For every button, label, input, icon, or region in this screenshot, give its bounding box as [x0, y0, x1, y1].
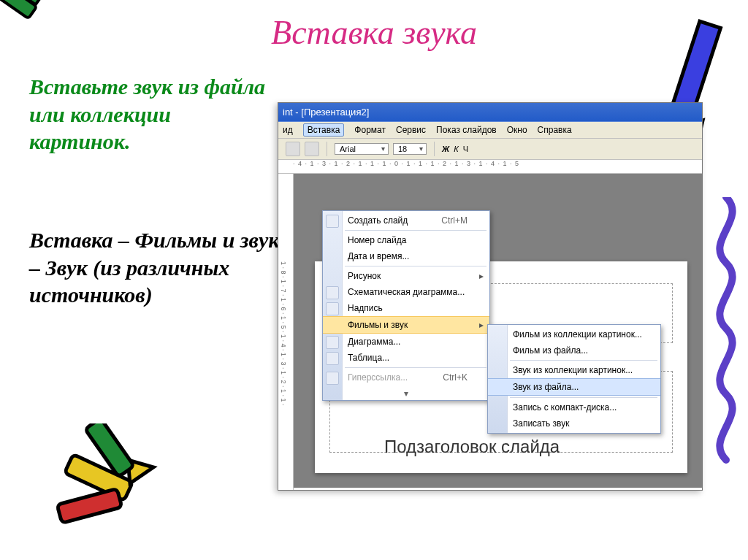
menu-item-label: Таблица...: [348, 353, 389, 363]
menu-item[interactable]: Звук из файла...: [488, 378, 660, 396]
slide-title: Вставка звука: [0, 13, 748, 52]
menu-item[interactable]: Рисунок: [323, 268, 489, 284]
sound-submenu: Фильм из коллекции картинок...Фильм из ф…: [487, 324, 661, 434]
underline-button[interactable]: Ч: [463, 145, 468, 153]
menu-item-label: Фильмы и звук: [348, 320, 408, 330]
menu-item-shortcut: Ctrl+K: [443, 372, 468, 383]
menu-item-icon: [326, 215, 339, 228]
window-title: int - [Презентация2]: [278, 103, 702, 122]
workspace: 1 · 8 · 1 · 7 · 1 · 6 · 1 · 5 · 1 · 4 · …: [278, 174, 702, 488]
menubar: ид Вставка Формат Сервис Показ слайдов О…: [278, 122, 702, 139]
menu-item-icon: [326, 286, 339, 299]
menu-item[interactable]: Диаграмма...: [323, 334, 489, 350]
menubar-window[interactable]: Окно: [507, 125, 527, 135]
menu-item[interactable]: Гиперссылка...Ctrl+K: [323, 369, 489, 386]
menubar-cut[interactable]: ид: [283, 125, 293, 135]
menu-item-label: Дата и время...: [348, 251, 409, 261]
menu-item-icon: [326, 352, 339, 365]
menu-item-label: Записать звук: [513, 418, 569, 429]
menu-item[interactable]: Фильмы и звук: [323, 316, 489, 334]
ruler-horizontal: · 4 · 1 · 3 · 1 · 2 · 1 · 1 · 1 · 0 · 1 …: [278, 160, 702, 174]
menu-item-label: Номер слайда: [348, 235, 406, 245]
toolbar-icon-1[interactable]: [286, 142, 300, 156]
menu-item[interactable]: Звук из коллекции картинок...: [488, 362, 660, 378]
menu-item-label: Фильм из коллекции картинок...: [513, 329, 642, 340]
menu-item-label: Звук из файла...: [513, 382, 579, 392]
menu-item-icon: [326, 302, 339, 315]
crayon-br-icon: [44, 423, 161, 540]
menu-item-icon: [326, 336, 339, 349]
menu-item-shortcut: Ctrl+M: [441, 215, 468, 226]
menu-item[interactable]: Номер слайда: [323, 232, 489, 248]
toolbar: Arial 18 Ж К Ч: [278, 139, 702, 160]
menu-item[interactable]: Надпись: [323, 300, 489, 316]
menu-item[interactable]: Фильм из файла...: [488, 342, 660, 358]
squiggle-icon: [697, 197, 748, 475]
slide-subtitle: Вставьте звук из файла или коллекции кар…: [29, 73, 270, 156]
menu-item-label: Диаграмма...: [348, 337, 400, 347]
menu-item-label: Создать слайд: [348, 215, 408, 226]
menu-item[interactable]: Фильм из коллекции картинок...: [488, 326, 660, 342]
menubar-service[interactable]: Сервис: [396, 125, 426, 135]
menu-item[interactable]: Записать звук: [488, 415, 660, 431]
screenshot-panel: int - [Презентация2] ид Вставка Формат С…: [278, 102, 703, 491]
toolbar-sep-2: [434, 142, 435, 156]
crayon-tl-icon: [0, 0, 58, 58]
menu-item-label: Звук из коллекции картинок...: [513, 365, 633, 375]
svg-rect-4: [57, 488, 122, 523]
menu-item-label: Схематическая диаграмма...: [348, 287, 465, 297]
menu-item[interactable]: Дата и время...: [323, 248, 489, 264]
menu-item[interactable]: Создать слайдCtrl+M: [323, 212, 489, 229]
canvas-subtitle-text: Подзаголовок слайда: [384, 437, 560, 457]
menu-item-label: Надпись: [348, 303, 383, 313]
font-select[interactable]: Arial: [335, 143, 389, 155]
menu-item[interactable]: Запись с компакт-диска...: [488, 399, 660, 415]
menubar-help[interactable]: Справка: [538, 125, 572, 135]
italic-button[interactable]: К: [454, 145, 458, 153]
menubar-format[interactable]: Формат: [354, 125, 386, 135]
ruler-vertical: 1 · 8 · 1 · 7 · 1 · 6 · 1 · 5 · 1 · 4 · …: [278, 174, 294, 491]
bold-button[interactable]: Ж: [442, 145, 449, 153]
menu-expand[interactable]: ▾: [323, 387, 489, 400]
menu-item-label: Фильм из файла...: [513, 345, 588, 356]
menu-item-label: Гиперссылка...: [348, 372, 408, 383]
menubar-slideshow[interactable]: Показ слайдов: [436, 125, 497, 135]
menu-item-label: Рисунок: [348, 271, 381, 281]
insert-menu: Создать слайдCtrl+MНомер слайдаДата и вр…: [322, 210, 490, 401]
menu-item[interactable]: Схематическая диаграмма...: [323, 284, 489, 300]
menu-item-label: Запись с компакт-диска...: [513, 402, 617, 413]
toolbar-icon-2[interactable]: [305, 142, 319, 156]
menu-item-icon: [326, 372, 339, 385]
toolbar-sep: [327, 142, 327, 156]
menubar-insert[interactable]: Вставка: [303, 123, 345, 137]
menu-item[interactable]: Таблица...: [323, 350, 489, 366]
size-select[interactable]: 18: [393, 143, 427, 155]
slide-body: Вставка – Фильмы и звук – Звук (из разли…: [29, 226, 285, 309]
